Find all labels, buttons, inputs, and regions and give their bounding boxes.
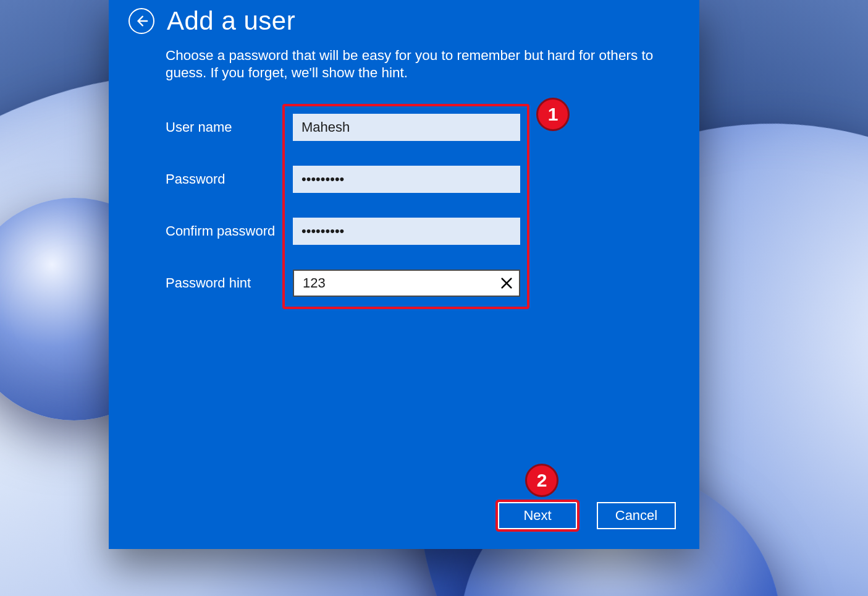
row-password-hint: Password hint	[166, 270, 670, 297]
password-label: Password	[166, 171, 293, 187]
dialog-footer: Next Cancel	[498, 502, 676, 529]
clear-hint-button[interactable]	[495, 272, 518, 294]
annotation-badge-2: 2	[525, 464, 558, 497]
add-user-dialog: Add a user Choose a password that will b…	[109, 0, 699, 549]
password-hint-input[interactable]	[293, 270, 520, 297]
password-hint-label: Password hint	[166, 275, 293, 291]
cancel-button[interactable]: Cancel	[597, 502, 676, 529]
next-button[interactable]: Next	[498, 502, 577, 529]
back-arrow-icon	[135, 14, 148, 28]
username-label: User name	[166, 119, 293, 135]
row-password: Password	[166, 166, 670, 193]
dialog-title: Add a user	[167, 6, 295, 36]
form-area: 1 User name Password Confirm password Pa…	[166, 114, 670, 297]
close-icon	[500, 276, 513, 290]
back-button[interactable]	[129, 8, 154, 34]
confirm-password-label: Confirm password	[166, 223, 293, 239]
username-input[interactable]	[293, 114, 520, 141]
row-confirm-password: Confirm password	[166, 218, 670, 245]
password-input[interactable]	[293, 166, 520, 193]
dialog-subtitle: Choose a password that will be easy for …	[166, 47, 670, 82]
row-username: User name	[166, 114, 670, 141]
confirm-password-input[interactable]	[293, 218, 520, 245]
